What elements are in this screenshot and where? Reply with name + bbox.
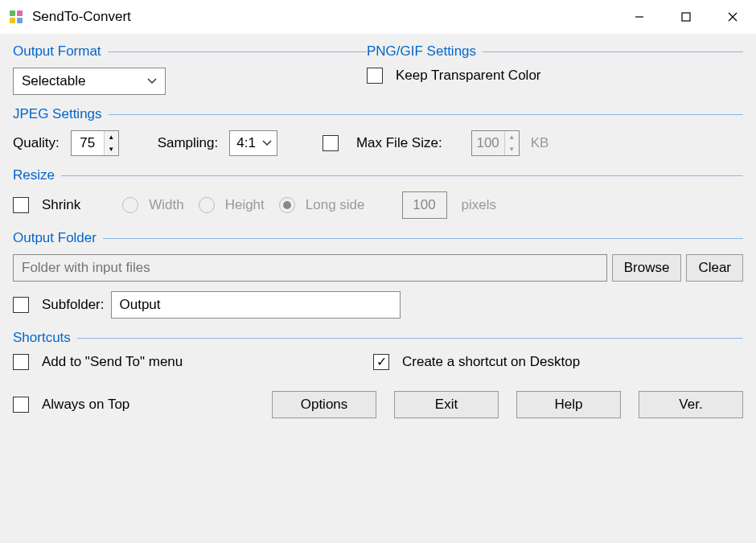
output-format-value: Selectable (22, 73, 85, 89)
browse-button[interactable]: Browse (612, 254, 682, 282)
svg-rect-1 (17, 10, 23, 16)
jpeg-title: JPEG Settings (13, 106, 102, 122)
output-folder-group: Output Folder Browse Clear Subfolder: (13, 230, 743, 319)
resize-group: Resize Shrink Width Height (13, 167, 743, 219)
ver-button[interactable]: Ver. (639, 391, 743, 418)
content-area: Output Format Selectable PNG/GIF Setting… (0, 34, 756, 431)
divider (108, 51, 367, 52)
create-desktop-checkbox[interactable] (373, 354, 389, 370)
help-button[interactable]: Help (516, 391, 621, 418)
shortcuts-group: Shortcuts Add to "Send To" menu Create a… (13, 330, 743, 370)
quality-spinbox[interactable]: ▲ ▼ (71, 130, 119, 156)
row-output-png: Output Format Selectable PNG/GIF Setting… (13, 43, 743, 95)
create-desktop-label: Create a shortcut on Desktop (402, 354, 580, 370)
keep-transparent-checkbox[interactable] (367, 68, 383, 84)
height-label: Height (225, 197, 265, 213)
width-label: Width (149, 197, 183, 213)
add-sendto-label: Add to "Send To" menu (42, 354, 183, 370)
subfolder-checkbox[interactable] (13, 297, 29, 313)
always-on-top-checkbox[interactable] (13, 397, 29, 413)
png-gif-group: PNG/GIF Settings Keep Transparent Color (367, 43, 743, 84)
divider (483, 51, 743, 52)
quality-spin-up[interactable]: ▲ (105, 131, 118, 143)
quality-label: Quality: (13, 135, 60, 151)
minimize-button[interactable] (616, 0, 663, 34)
close-button[interactable] (709, 0, 756, 34)
divider (109, 114, 743, 115)
titlebar: SendTo-Convert (0, 0, 756, 34)
sampling-label: Sampling: (158, 135, 219, 151)
max-file-size-spin-down: ▼ (505, 143, 519, 155)
exit-button[interactable]: Exit (394, 391, 499, 418)
window-title: SendTo-Convert (32, 9, 616, 25)
subfolder-input[interactable] (111, 291, 401, 319)
max-file-size-unit: KB (531, 135, 549, 151)
quality-spin-down[interactable]: ▼ (105, 143, 118, 155)
add-sendto-checkbox[interactable] (13, 354, 29, 370)
divider (103, 238, 743, 239)
long-side-label: Long side (306, 197, 365, 213)
svg-rect-5 (682, 13, 690, 21)
output-format-select[interactable]: Selectable (13, 68, 166, 95)
shortcuts-header: Shortcuts (13, 330, 743, 346)
clear-button[interactable]: Clear (686, 254, 743, 282)
shrink-label: Shrink (42, 197, 80, 213)
max-file-size-spinbox: ▲ ▼ (471, 130, 520, 156)
pixels-label: pixels (462, 197, 496, 213)
png-gif-title: PNG/GIF Settings (367, 43, 476, 60)
svg-rect-3 (17, 18, 23, 23)
divider (77, 338, 743, 339)
divider (61, 175, 743, 176)
footer-row: Always on Top Options Exit Help Ver. (13, 391, 743, 418)
maximize-button[interactable] (663, 0, 709, 34)
always-on-top-label: Always on Top (42, 397, 129, 413)
keep-transparent-label: Keep Transparent Color (396, 68, 541, 84)
resize-pixels-input (402, 191, 447, 219)
chevron-down-icon (262, 138, 272, 149)
resize-header: Resize (13, 167, 743, 183)
output-folder-title: Output Folder (13, 230, 97, 246)
height-radio (199, 197, 215, 213)
options-button[interactable]: Options (272, 391, 376, 418)
app-icon (8, 9, 24, 25)
svg-rect-2 (10, 18, 15, 23)
svg-rect-0 (10, 10, 15, 16)
output-format-title: Output Format (13, 43, 101, 60)
max-file-size-spin-up: ▲ (505, 131, 519, 143)
resize-title: Resize (13, 167, 55, 183)
sampling-value: 4:1 (236, 135, 256, 151)
sampling-combobox[interactable]: 4:1 (229, 130, 277, 156)
max-file-size-label: Max File Size: (356, 135, 442, 151)
png-gif-header: PNG/GIF Settings (367, 43, 743, 60)
output-format-header: Output Format (13, 43, 367, 60)
jpeg-header: JPEG Settings (13, 106, 743, 122)
width-radio (122, 197, 138, 213)
long-side-radio (279, 197, 295, 213)
output-format-group: Output Format Selectable (13, 43, 367, 95)
shrink-checkbox[interactable] (13, 197, 29, 213)
app-window: SendTo-Convert Output Format Selectabl (0, 0, 756, 543)
shortcuts-title: Shortcuts (13, 330, 71, 346)
window-controls (616, 0, 756, 34)
max-file-size-checkbox[interactable] (323, 135, 339, 151)
quality-input[interactable] (72, 131, 104, 155)
chevron-down-icon (147, 76, 157, 87)
output-folder-input[interactable] (13, 254, 607, 282)
output-folder-header: Output Folder (13, 230, 743, 246)
jpeg-group: JPEG Settings Quality: ▲ ▼ Sampling: 4:1 (13, 106, 743, 156)
subfolder-label: Subfolder: (42, 297, 105, 313)
max-file-size-input (472, 131, 504, 155)
